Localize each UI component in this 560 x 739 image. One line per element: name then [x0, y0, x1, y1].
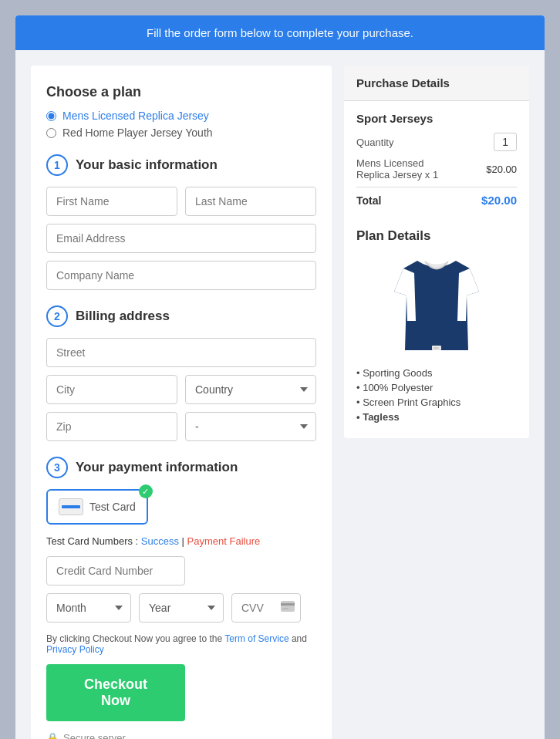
email-field [46, 224, 316, 253]
first-name-input[interactable] [46, 187, 177, 216]
plan-option-2[interactable]: Red Home Player Jersey Youth [46, 127, 316, 139]
secure-info: 🔒 Secure server Safe and secure payment … [46, 732, 316, 739]
plan-details-title: Plan Details [356, 228, 517, 244]
first-name-field [46, 187, 177, 216]
year-select[interactable]: Year [139, 593, 224, 623]
step3-circle: 3 [46, 457, 68, 478]
cvv-card-icon [281, 601, 295, 615]
terms-link[interactable]: Term of Service [224, 633, 288, 644]
zip-state-row: - [46, 412, 316, 441]
state-field: - [185, 412, 316, 441]
card-label: Test Card [89, 501, 136, 513]
last-name-input[interactable] [185, 187, 316, 216]
plan-option-1[interactable]: Mens Licensed Replica Jersey [46, 110, 316, 122]
svg-text:NFL: NFL [433, 346, 440, 350]
test-card-text: Test Card Numbers : [46, 535, 138, 547]
street-field [46, 338, 316, 367]
city-country-row: Country [46, 375, 316, 404]
item-price: $20.00 [486, 164, 517, 175]
plan-label-1[interactable]: Mens Licensed Replica Jersey [62, 110, 209, 122]
feature-2: • 100% Polyester [356, 382, 517, 393]
secure-server-text: Secure server [63, 732, 126, 739]
terms-text: By clicking Checkout Now you agree to th… [46, 633, 316, 655]
feature-1: • Sporting Goods [356, 367, 517, 379]
total-divider [356, 187, 517, 187]
terms-and: and [292, 633, 307, 644]
company-field [46, 261, 316, 290]
state-select[interactable]: - [185, 412, 316, 441]
quantity-label: Quantity [356, 137, 393, 148]
feature-3: • Screen Print Graphics [356, 396, 517, 408]
step1-circle: 1 [46, 154, 68, 176]
last-name-field [185, 187, 316, 216]
zip-field [46, 412, 177, 441]
test-card-numbers: Test Card Numbers : Success | Payment Fa… [46, 535, 316, 547]
svg-rect-0 [281, 601, 295, 612]
jersey-image-container: NFL [344, 251, 529, 359]
email-input[interactable] [46, 224, 316, 253]
item-row: Mens Licensed Replica Jersey x 1 $20.00 [356, 157, 517, 181]
step2-circle: 2 [46, 305, 68, 327]
lock-icon: 🔒 [46, 732, 59, 739]
failure-link[interactable]: Payment Failure [187, 535, 261, 547]
cc-field [46, 556, 316, 585]
month-select[interactable]: Month [46, 593, 131, 623]
company-row [46, 261, 316, 290]
right-panel: Purchase Details Sport Jerseys Quantity … [344, 66, 529, 438]
jersey-image: NFL [386, 251, 487, 359]
name-row [46, 187, 316, 216]
country-select[interactable]: Country [185, 375, 316, 404]
success-link[interactable]: Success [141, 535, 179, 547]
pipe-separator: | [182, 535, 187, 547]
privacy-link[interactable]: Privacy Policy [46, 644, 104, 655]
step2-header: 2 Billing address [46, 305, 316, 327]
purchase-details-title: Purchase Details [344, 66, 529, 101]
secure-server-line: 🔒 Secure server [46, 732, 316, 739]
choose-plan-title: Choose a plan [46, 84, 316, 100]
purchase-category: Sport Jerseys [356, 112, 517, 125]
card-icon-stripe [62, 505, 80, 508]
total-label: Total [356, 194, 381, 207]
cc-row [46, 556, 316, 585]
total-row: Total $20.00 [356, 194, 517, 207]
zip-input[interactable] [46, 412, 177, 441]
street-row [46, 338, 316, 367]
card-checkmark: ✓ [139, 484, 153, 498]
city-input[interactable] [46, 375, 177, 404]
step1-header: 1 Your basic information [46, 154, 316, 176]
company-input[interactable] [46, 261, 316, 290]
card-icon [59, 498, 83, 515]
banner-text: Fill the order form below to complete yo… [147, 26, 413, 39]
plan-radio-1[interactable] [46, 111, 56, 121]
cc-input[interactable] [46, 556, 185, 585]
country-field: Country [185, 375, 316, 404]
step3-header: 3 Your payment information [46, 457, 316, 478]
card-selector[interactable]: Test Card ✓ [46, 489, 148, 525]
checkout-button[interactable]: Checkout Now [46, 664, 185, 721]
purchase-body: Sport Jerseys Quantity 1 Mens Licensed R… [344, 101, 529, 218]
svg-rect-2 [282, 608, 288, 609]
page-wrapper: Fill the order form below to complete yo… [15, 15, 545, 739]
item-name: Mens Licensed Replica Jersey x 1 [356, 157, 457, 181]
quantity-row: Quantity 1 [356, 133, 517, 151]
feature-4: • Tagless [356, 411, 517, 423]
cvv-field [231, 593, 301, 623]
step1-title: Your basic information [76, 157, 218, 173]
plan-radio-2[interactable] [46, 128, 56, 138]
svg-rect-1 [281, 603, 295, 606]
email-row [46, 224, 316, 253]
step2-title: Billing address [76, 309, 170, 324]
city-field [46, 375, 177, 404]
quantity-value: 1 [494, 133, 517, 151]
step3-title: Your payment information [76, 460, 238, 475]
street-input[interactable] [46, 338, 316, 367]
left-panel: Choose a plan Mens Licensed Replica Jers… [31, 66, 332, 739]
main-content: Choose a plan Mens Licensed Replica Jers… [15, 50, 545, 739]
terms-prefix: By clicking Checkout Now you agree to th… [46, 633, 224, 644]
plan-label-2[interactable]: Red Home Player Jersey Youth [62, 127, 213, 139]
plan-features: • Sporting Goods • 100% Polyester • Scre… [344, 367, 529, 438]
top-banner: Fill the order form below to complete yo… [15, 15, 545, 50]
cvv-row: Month Year [46, 593, 316, 623]
total-price: $20.00 [481, 194, 517, 207]
